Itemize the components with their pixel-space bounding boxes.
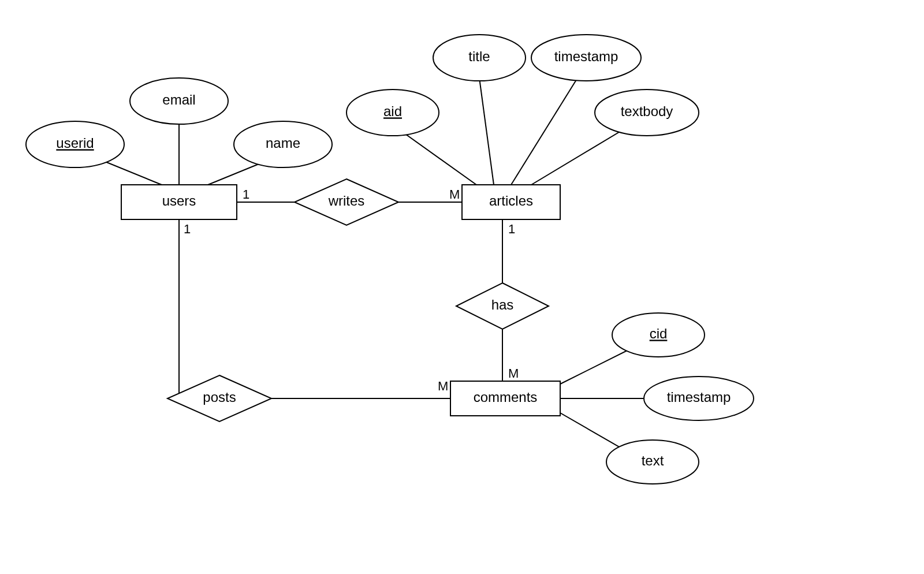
relationship-has-label: has (491, 297, 514, 312)
er-diagram: users articles comments writes has posts… (0, 0, 924, 574)
entity-users: users (121, 185, 237, 219)
relationship-posts: posts (167, 375, 271, 422)
attribute-title-label: title (468, 49, 490, 64)
attribute-userid: userid (26, 121, 124, 167)
edge-articles-aid (396, 127, 476, 185)
attribute-ctimestamp: timestamp (644, 377, 754, 420)
entity-users-label: users (162, 193, 196, 208)
cardinality-writes-articles: M (449, 187, 460, 202)
entity-comments-label: comments (474, 389, 538, 405)
attribute-ctimestamp-label: timestamp (667, 389, 731, 405)
attribute-textbody: textbody (595, 90, 699, 136)
cardinality-posts-comments: M (438, 379, 448, 393)
cardinality-has-comments: M (508, 366, 519, 381)
attribute-timestamp-label: timestamp (554, 49, 619, 64)
edge-articles-timestamp (511, 78, 578, 185)
relationship-has: has (456, 283, 549, 329)
attribute-userid-label: userid (56, 135, 94, 151)
attribute-email-label: email (162, 92, 195, 107)
cardinality-writes-users: 1 (243, 187, 249, 202)
entity-comments: comments (450, 381, 560, 416)
attribute-name-label: name (266, 135, 300, 151)
cardinality-has-articles: 1 (508, 222, 515, 236)
attribute-cid: cid (612, 313, 705, 357)
edge-users-posts-comments (179, 219, 450, 398)
edge-articles-textbody (531, 124, 632, 185)
attribute-cid-label: cid (650, 326, 668, 341)
attribute-title: title (433, 35, 526, 81)
relationship-writes: writes (295, 179, 398, 225)
attribute-email: email (130, 78, 228, 124)
relationship-writes-label: writes (328, 193, 365, 208)
cardinality-posts-users: 1 (184, 222, 191, 236)
relationship-posts-label: posts (203, 389, 236, 405)
attribute-textbody-label: textbody (621, 103, 673, 119)
attribute-text-label: text (642, 453, 664, 468)
attribute-text: text (606, 440, 699, 484)
attribute-aid: aid (346, 90, 439, 136)
attribute-aid-label: aid (383, 103, 402, 119)
entity-articles: articles (462, 185, 560, 219)
entity-articles-label: articles (489, 193, 533, 208)
attribute-timestamp: timestamp (531, 35, 641, 81)
edge-users-userid (98, 159, 162, 185)
edge-articles-title (479, 78, 494, 185)
attribute-name: name (234, 121, 332, 167)
